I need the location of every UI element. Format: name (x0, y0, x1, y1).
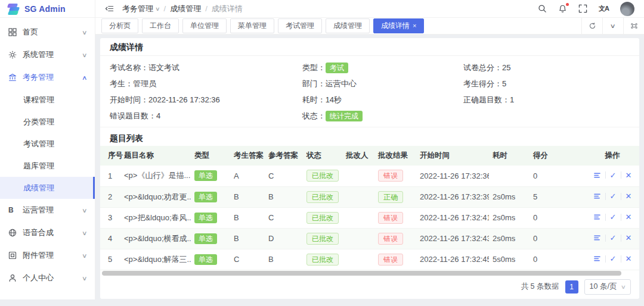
column-header: 批改结果 (374, 146, 416, 166)
detail-field: 考生得分：5 (463, 76, 630, 92)
field-value: 管理员 (133, 79, 156, 89)
sidebar-item-operation[interactable]: B运营管理∨ (0, 199, 95, 221)
field-value-tag: 统计完成 (326, 111, 363, 121)
tab-单位管理[interactable]: 单位管理 (182, 18, 227, 33)
cell: ✓✕ (586, 166, 639, 186)
delete-icon[interactable]: ✕ (621, 213, 636, 221)
sidebar-item-tts[interactable]: 语音合成∨ (0, 221, 95, 244)
tab-分析页[interactable]: 分析页 (101, 18, 138, 33)
grid-icon (8, 28, 17, 37)
delete-icon[interactable]: ✕ (621, 192, 636, 201)
delete-icon[interactable]: ✕ (621, 254, 636, 263)
cell: ✓✕ (586, 207, 639, 228)
translate-icon[interactable]: 文A (599, 4, 609, 13)
cell: 单选 (191, 207, 230, 228)
delete-icon[interactable]: ✕ (621, 171, 636, 180)
cell: 已批改 (303, 207, 342, 228)
breadcrumb-label: 考务管理 (122, 4, 153, 14)
sidebar-item-attachment[interactable]: 附件管理∨ (0, 244, 95, 267)
breadcrumb-item: 成绩详情 (212, 4, 243, 14)
cell: <p>《山行》是描... (120, 166, 191, 186)
fullscreen-icon[interactable] (578, 4, 587, 13)
maximize-view-icon[interactable] (623, 18, 644, 34)
approve-icon[interactable]: ✓ (606, 254, 621, 263)
tab-label: 分析页 (109, 21, 131, 30)
sidebar-item-exam[interactable]: 考试管理 (0, 133, 95, 155)
result-tag: 正确 (378, 191, 403, 203)
sidebar-item-exam-affairs[interactable]: 考务管理∧ (0, 66, 95, 89)
sidebar-item-label: 系统管理 (23, 49, 54, 60)
cell (342, 166, 374, 186)
brand[interactable]: SG Admin (0, 0, 95, 18)
sidebar-collapse-icon[interactable] (105, 4, 114, 13)
sidebar-item-system[interactable]: 系统管理∨ (0, 43, 95, 66)
delete-icon[interactable]: ✕ (621, 233, 636, 242)
field-label: 正确题目数： (463, 95, 510, 105)
field-label: 考生得分： (463, 79, 502, 89)
sidebar-item-category[interactable]: 分类管理 (0, 111, 95, 133)
approve-icon[interactable]: ✓ (606, 213, 621, 221)
field-label: 试卷总分： (463, 63, 502, 73)
table-header: 序号题目名称类型考生答案参考答案状态批改人批改结果开始时间耗时得分操作 (100, 146, 639, 166)
close-icon[interactable]: × (413, 22, 416, 29)
refresh-icon[interactable] (581, 18, 602, 34)
chevron-down-icon[interactable]: ∨ (602, 18, 623, 34)
breadcrumb-item[interactable]: 成绩管理 (170, 4, 201, 14)
tab-工作台[interactable]: 工作台 (142, 18, 179, 33)
search-icon[interactable] (538, 4, 547, 13)
approve-icon[interactable]: ✓ (606, 233, 621, 242)
sidebar-item-home[interactable]: 首页∨ (0, 21, 95, 43)
scrollbar-thumb[interactable] (102, 271, 621, 276)
cell: 2022-11-26 17:32:43 (416, 228, 489, 249)
page-size-select[interactable]: 10 条/页 ∨ (584, 279, 631, 295)
breadcrumb-item[interactable]: 考务管理∨ (122, 4, 160, 14)
table-body: 1<p>《山行》是描...单选AC已批改错误2022-11-26 17:32:3… (100, 166, 639, 270)
tab-考试管理[interactable]: 考试管理 (278, 18, 322, 33)
cell: 5 (530, 186, 586, 207)
cell: 单选 (191, 186, 230, 207)
detail-icon[interactable] (589, 234, 605, 242)
breadcrumb: 考务管理∨/成绩管理/成绩详情 (122, 4, 243, 14)
sidebar-item-label: 附件管理 (23, 250, 54, 261)
cell: 2022-11-26 17:32:41 (416, 207, 489, 228)
field-value: 25 (502, 63, 510, 72)
cell: 已批改 (303, 228, 342, 249)
detail-icon[interactable] (589, 213, 605, 221)
gear-icon (8, 51, 17, 60)
sidebar-item-course[interactable]: 课程管理 (0, 89, 95, 111)
column-header: 序号 (100, 146, 120, 166)
row-actions: ✓✕ (589, 233, 636, 242)
notifications-bell-icon[interactable] (558, 4, 567, 13)
breadcrumb-label: 成绩详情 (212, 4, 243, 14)
main-area: 考务管理∨/成绩管理/成绩详情 文A 分析页工作台单位管理菜单管理考试管理成绩管… (95, 0, 644, 299)
cell: <p>&ldquo;劝君更... (120, 186, 191, 207)
sidebar-item-profile[interactable]: 个人中心∨ (0, 267, 95, 289)
approve-icon[interactable]: ✓ (606, 171, 621, 180)
cell: 已批改 (303, 249, 342, 270)
status-tag: 已批改 (306, 170, 339, 182)
pagination: 共 5 条数据 1 10 条/页 ∨ (100, 277, 639, 297)
question-type-tag: 单选 (194, 254, 217, 265)
detail-icon[interactable] (589, 171, 605, 179)
field-value: 1 (510, 95, 514, 104)
page-number-button[interactable]: 1 (565, 280, 578, 293)
sidebar-item-score[interactable]: 成绩管理 (0, 177, 95, 199)
tab-成绩详情[interactable]: 成绩详情× (373, 18, 424, 33)
tab-菜单管理[interactable]: 菜单管理 (230, 18, 274, 33)
approve-icon[interactable]: ✓ (606, 192, 621, 201)
cell: 0 (530, 166, 586, 186)
result-tag: 错误 (378, 212, 403, 224)
sidebar-item-question-bank[interactable]: 题库管理 (0, 155, 95, 177)
status-tag: 已批改 (306, 254, 339, 266)
tab-成绩管理[interactable]: 成绩管理 (326, 18, 370, 33)
field-value-tag: 考试 (326, 63, 348, 73)
row-actions: ✓✕ (589, 254, 636, 263)
user-avatar[interactable] (620, 2, 634, 16)
cell: D (265, 228, 303, 249)
detail-icon[interactable] (589, 192, 605, 200)
detail-icon[interactable] (589, 255, 605, 263)
sidebar-item-label: 运营管理 (23, 205, 54, 216)
column-header: 开始时间 (416, 146, 489, 166)
content-area: 成绩详情 考试名称：语文考试类型：考试试卷总分：25考生：管理员部门：运营中心考… (95, 35, 644, 299)
column-header: 考生答案 (230, 146, 265, 166)
